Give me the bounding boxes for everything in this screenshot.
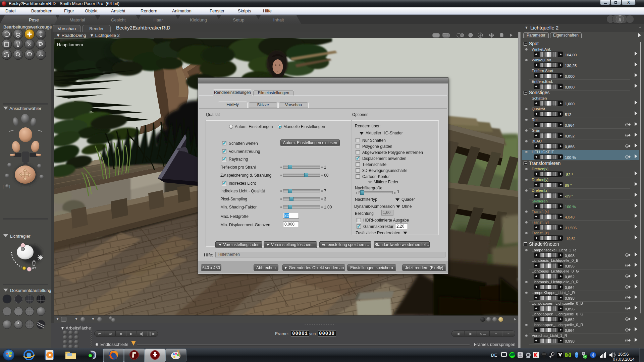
svg-text:[: [ bbox=[3, 184, 4, 188]
svg-text:DE: DE bbox=[491, 353, 497, 358]
svg-text:Dokumentdarstellung: Dokumentdarstellung bbox=[10, 288, 51, 293]
svg-text:]: ] bbox=[9, 184, 10, 188]
svg-text:16:56: 16:56 bbox=[618, 352, 629, 357]
svg-text:07.03.2014: 07.03.2014 bbox=[613, 357, 635, 362]
svg-text:Ansichtenwähler: Ansichtenwähler bbox=[9, 106, 42, 111]
svg-text:Lichtregler: Lichtregler bbox=[10, 234, 31, 239]
